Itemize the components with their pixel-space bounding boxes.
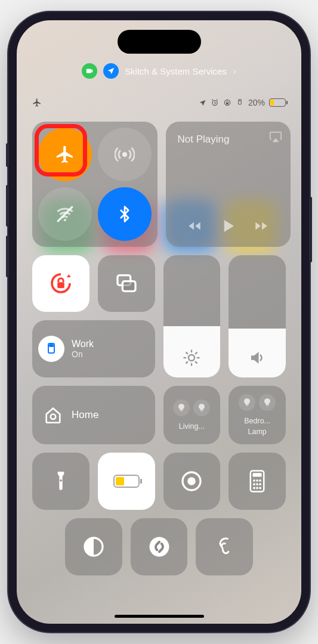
power-button (309, 197, 312, 262)
play-icon[interactable] (219, 217, 237, 235)
svg-rect-8 (57, 283, 64, 289)
home-accessory-label: Bedro... (244, 417, 270, 425)
orientation-lock-toggle[interactable] (32, 255, 89, 312)
media-controls-tile[interactable]: Not Playing (166, 122, 291, 247)
battery-percent-label: 20% (248, 98, 265, 107)
control-center: Not Playing (32, 122, 286, 603)
dark-mode-icon (83, 536, 104, 558)
home-accessory-label: Living... (179, 422, 205, 431)
bulb-icon (239, 394, 255, 411)
screen-mirroring-toggle[interactable] (98, 255, 155, 312)
wifi-toggle[interactable] (38, 187, 92, 241)
focus-status-icon (236, 98, 244, 107)
dynamic-island (118, 30, 201, 54)
svg-rect-2 (226, 103, 229, 104)
screen-recording-toggle[interactable] (163, 453, 221, 510)
shazam-shortcut[interactable] (131, 518, 188, 575)
location-indicator-icon (103, 63, 119, 79)
volume-icon (248, 349, 266, 367)
svg-point-5 (123, 153, 126, 156)
svg-point-25 (259, 483, 261, 485)
svg-point-28 (259, 487, 261, 490)
svg-point-14 (51, 414, 56, 420)
battery-icon (113, 475, 140, 488)
shazam-icon (149, 536, 170, 558)
home-accessory-sublabel: Lamp (248, 428, 266, 436)
hearing-shortcut[interactable] (196, 518, 253, 575)
focus-icon (38, 336, 64, 362)
bluetooth-toggle[interactable] (98, 187, 152, 241)
volume-down-button (6, 236, 9, 277)
wifi-off-icon (55, 204, 75, 224)
svg-point-26 (253, 487, 255, 490)
home-accessory-bedroom[interactable]: Bedro... Lamp (229, 386, 286, 444)
svg-rect-19 (253, 473, 262, 476)
side-switch (6, 143, 9, 167)
focus-state-label: On (72, 349, 94, 359)
airplane-icon (55, 144, 75, 165)
chevron-right-icon: › (233, 65, 236, 78)
svg-rect-4 (239, 100, 240, 101)
focus-name-label: Work (72, 339, 94, 349)
svg-point-27 (256, 487, 258, 490)
low-power-mode-toggle[interactable] (98, 453, 155, 510)
brightness-icon (183, 349, 200, 367)
bulb-icon (259, 394, 276, 411)
ear-icon (214, 535, 234, 558)
volume-up-button (6, 185, 9, 227)
home-accessory-living[interactable]: Living... (163, 386, 221, 444)
dark-mode-toggle[interactable] (65, 518, 122, 575)
flashlight-toggle[interactable] (32, 453, 89, 510)
connectivity-group[interactable] (32, 122, 158, 247)
svg-point-23 (253, 483, 255, 485)
bulb-icon (193, 400, 210, 416)
svg-rect-12 (50, 345, 53, 346)
svg-point-21 (256, 479, 258, 482)
alarm-status-icon (211, 98, 219, 107)
flashlight-icon (51, 470, 70, 493)
fast-forward-icon[interactable] (254, 218, 269, 234)
antenna-icon (115, 144, 135, 165)
home-indicator[interactable] (115, 615, 204, 618)
iphone-frame: Skitch & System Services › 20% (8, 12, 310, 632)
privacy-indicator-row[interactable]: Skitch & System Services › (17, 63, 301, 79)
home-tile[interactable]: Home (32, 386, 155, 444)
orientation-lock-icon (49, 271, 73, 295)
svg-point-20 (253, 479, 255, 482)
privacy-apps-label: Skitch & System Services (125, 66, 227, 76)
volume-slider[interactable] (229, 255, 286, 378)
cellular-data-toggle[interactable] (98, 128, 152, 181)
home-icon (43, 405, 63, 425)
record-icon (181, 470, 202, 492)
camera-indicator-icon (82, 63, 97, 79)
orientation-lock-status-icon (223, 98, 231, 107)
focus-toggle[interactable]: Work On (32, 320, 155, 377)
screen-mirroring-icon (115, 271, 138, 295)
svg-point-13 (189, 355, 194, 361)
screen: Skitch & System Services › 20% (17, 20, 301, 624)
bulb-icon (173, 400, 190, 416)
battery-icon (269, 98, 286, 107)
svg-point-6 (64, 218, 67, 221)
airplane-mode-toggle[interactable] (38, 128, 92, 181)
svg-point-17 (188, 477, 196, 485)
location-status-icon (199, 99, 206, 107)
calculator-shortcut[interactable] (229, 453, 286, 510)
svg-rect-10 (122, 281, 135, 292)
bluetooth-icon (116, 205, 134, 223)
calculator-icon (248, 470, 266, 493)
svg-point-22 (259, 479, 261, 482)
airplay-icon[interactable] (269, 130, 282, 143)
airplane-status-icon (32, 98, 42, 107)
rewind-icon[interactable] (187, 218, 202, 234)
svg-point-15 (60, 479, 61, 481)
status-bar: 20% (32, 98, 286, 107)
svg-point-24 (256, 483, 258, 485)
home-label: Home (72, 409, 98, 421)
svg-point-30 (149, 537, 169, 556)
brightness-slider[interactable] (163, 255, 221, 378)
media-title: Not Playing (178, 134, 230, 145)
